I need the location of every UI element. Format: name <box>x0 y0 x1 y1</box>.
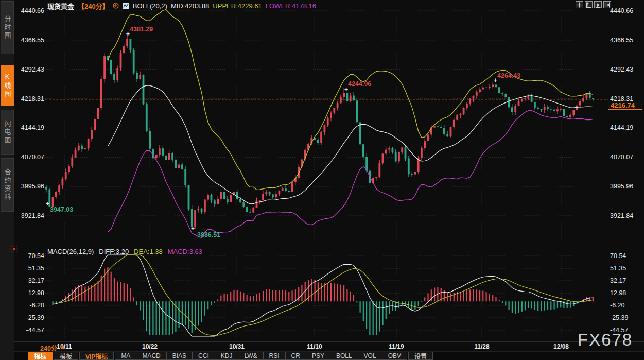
axis-zoom-up-icon[interactable] <box>585 1 593 8</box>
y-axis-label-right: 3995.96 <box>610 183 641 190</box>
chart-type-sidebar: 分时图 K线图 闪电图 合约资料 <box>0 0 14 360</box>
macd-diff-value: DIFF:3.20 <box>99 248 129 255</box>
last-price-badge: 4216.74 <box>608 101 642 110</box>
price-extreme-label: 3947.03 <box>50 206 73 213</box>
macd-axis-label-left: -25.39 <box>15 314 44 321</box>
toolbar-button-psy[interactable]: PSY <box>306 352 330 360</box>
toolbar-button-rsi[interactable]: RSI <box>263 352 286 360</box>
pane-controls <box>576 1 611 8</box>
y-axis-label-left: 4070.07 <box>15 153 44 161</box>
y-axis-label-left: 3995.96 <box>15 183 44 190</box>
y-axis-label-right: 4292.43 <box>610 66 641 73</box>
y-axis-label-right: 4366.55 <box>610 37 641 44</box>
toolbar-button-vol[interactable]: VOL <box>358 352 382 360</box>
y-axis-label-left: 3921.84 <box>15 212 44 219</box>
macd-axis-label-left: 51.35 <box>15 265 44 272</box>
trading-app-window: 分时图 K线图 闪电图 合约资料 现货黄金 【240分】 BOLL(20,2) … <box>0 0 644 360</box>
y-axis-label-right: 3921.84 <box>610 212 641 219</box>
y-axis-label-right: 4144.19 <box>610 124 641 131</box>
instrument-name: 现货黄金 <box>47 1 74 11</box>
axis-play-icon[interactable] <box>594 1 602 8</box>
x-axis-row <box>14 341 644 351</box>
toolbar-button-ma[interactable]: MA <box>115 352 136 360</box>
macd-axis-label-left: -6.20 <box>15 302 44 309</box>
indicator-toolbar: 指标 模板 VIP指标 MA MACD BIAS CCI KDJ LW& RSI… <box>14 351 644 360</box>
sidebar-tab-candlestick-chart[interactable]: K线图 <box>1 65 14 106</box>
toolbar-button-vip-indicators[interactable]: VIP指标 <box>79 352 114 360</box>
toolbar-button-bias[interactable]: BIAS <box>166 352 193 360</box>
extreme-cross-marker: + <box>494 78 497 82</box>
macd-axis-label-left: 32.17 <box>15 277 44 284</box>
y-axis-label-left: 4292.43 <box>15 66 44 73</box>
y-axis-label-left: 4218.31 <box>15 95 44 102</box>
toolbar-button-boll[interactable]: BOLL <box>330 352 358 360</box>
macd-axis-label-right: 70.54 <box>610 252 641 260</box>
mini-chart-icon <box>123 3 129 9</box>
toolbar-button-lw[interactable]: LW& <box>238 352 263 360</box>
macd-header: MACD(26,12,9) DIFF:3.20 DEA:1.38 MACD:3.… <box>47 248 202 255</box>
y-axis-label-left: 4366.55 <box>15 37 44 44</box>
move-crosshair-icon[interactable] <box>576 1 583 8</box>
macd-axis-label-right: 51.35 <box>610 265 641 272</box>
extreme-cross-marker: + <box>46 202 49 206</box>
price-extreme-label: 3886.51 <box>197 231 220 238</box>
chart-canvas[interactable] <box>14 0 644 360</box>
extreme-cross-marker: + <box>191 227 195 231</box>
price-extreme-label: 4264.43 <box>497 72 520 79</box>
boll-params: BOLL(20,2) <box>133 2 167 10</box>
macd-axis-label-left: 70.54 <box>15 252 44 260</box>
macd-axis-label-right: -25.39 <box>610 314 641 321</box>
macd-axis-label-right: 32.17 <box>610 277 641 284</box>
y-axis-label-right: 4440.66 <box>610 7 641 14</box>
chart-header: 现货黄金 【240分】 BOLL(20,2) MID:4203.88 UPPER… <box>47 2 316 10</box>
boll-lower-value: LOWER:4178.16 <box>266 2 316 10</box>
extreme-cross-marker: + <box>344 88 348 92</box>
price-extreme-label: 4244.96 <box>348 80 371 88</box>
y-axis-label-left: 4440.66 <box>15 7 44 14</box>
boll-upper-value: UPPER:4229.61 <box>213 2 262 10</box>
fx678-watermark: FX678 <box>578 330 633 350</box>
boll-mid-value: MID:4203.88 <box>171 2 209 10</box>
toolbar-button-cci[interactable]: CCI <box>192 352 215 360</box>
circled-plus-icon[interactable] <box>113 3 119 9</box>
macd-macd-value: MACD:3.63 <box>168 248 202 255</box>
sidebar-tab-lightning-chart[interactable]: 闪电图 <box>1 110 14 155</box>
macd-axis-label-left: 12.98 <box>15 289 44 297</box>
macd-params: MACD(26,12,9) <box>47 248 94 255</box>
macd-axis-label-right: -6.20 <box>610 302 641 309</box>
toolbar-button-macd[interactable]: MACD <box>136 352 166 360</box>
extreme-cross-marker: + <box>126 32 130 36</box>
interval-label: 【240分】 <box>78 1 109 11</box>
toolbar-button-kdj[interactable]: KDJ <box>215 352 239 360</box>
toolbar-button-settings[interactable]: 设置 <box>408 352 433 360</box>
toolbar-button-templates[interactable]: 模板 <box>54 352 78 360</box>
macd-axis-label-left: -44.57 <box>15 327 44 334</box>
sidebar-tab-timeline-chart[interactable]: 分时图 <box>1 1 14 54</box>
macd-dea-value: DEA:1.38 <box>134 248 163 255</box>
price-extreme-label: 4381.29 <box>130 26 153 33</box>
toolbar-button-indicators[interactable]: 指标 <box>28 352 53 360</box>
toolbar-button-cr[interactable]: CR <box>285 352 306 360</box>
sidebar-tab-contract-info[interactable]: 合约资料 <box>1 158 14 212</box>
y-axis-label-left: 4144.19 <box>15 124 44 131</box>
macd-axis-label-right: 12.98 <box>610 289 641 297</box>
toolbar-button-obv[interactable]: OBV <box>382 352 407 360</box>
y-axis-label-right: 4070.07 <box>610 153 641 161</box>
